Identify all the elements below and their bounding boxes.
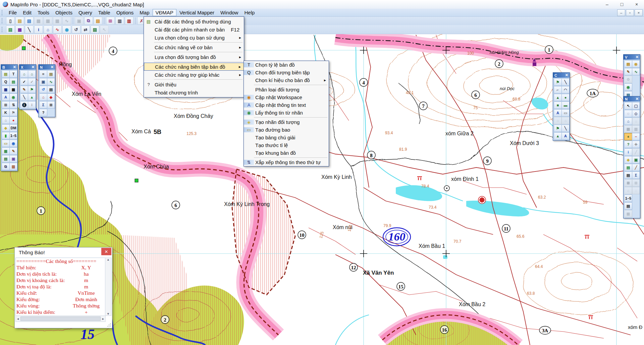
graph-icon[interactable]: ∿: [632, 68, 640, 75]
query-tool-icon[interactable]: Q: [2, 78, 10, 85]
pan-hand-icon[interactable]: ✛: [632, 141, 640, 148]
edit-icon[interactable]: ✎: [20, 86, 28, 93]
font-tool-icon[interactable]: A: [2, 93, 10, 101]
frame-tool-icon[interactable]: ▭: [561, 109, 570, 117]
region-icon[interactable]: ▲: [28, 93, 36, 101]
menu-file[interactable]: File: [6, 9, 20, 16]
submenu-item-tạo-thước-tỉ-lệ[interactable]: Tạo thước tỉ lệ: [244, 141, 329, 149]
tag-icon[interactable]: ◈: [2, 124, 10, 132]
vm-profile-icon[interactable]: ∿: [53, 25, 62, 33]
scalebar-icon[interactable]: 1–5: [9, 132, 17, 139]
browser-icon[interactable]: ▤: [624, 171, 632, 179]
resize-grip-icon[interactable]: [107, 323, 111, 327]
symbol-style-icon[interactable]: ⚑: [554, 125, 562, 132]
polyline-tool-icon[interactable]: ⌐: [554, 86, 562, 93]
submenu-item-chọn-kí-hiệu-cho-bản-đồ[interactable]: Chọn kí hiệu cho bản đồ►: [244, 76, 329, 84]
snapshot-icon[interactable]: ▤: [47, 70, 55, 78]
column-select-icon[interactable]: ▥: [632, 125, 640, 133]
print-icon[interactable]: ▥: [115, 17, 124, 25]
add-node-icon[interactable]: ⌂: [28, 70, 36, 78]
frame-icon[interactable]: ▭: [2, 140, 10, 147]
scrollbar-thumb[interactable]: [20, 317, 101, 321]
palette-title-bar[interactable]: N✕: [624, 96, 640, 101]
maximize-icon[interactable]: □: [614, 0, 629, 9]
menu-item-lựa-chọn-công-cụ-bạn-sử-dụng[interactable]: Lựa chọn công cụ bạn sử dụng►: [144, 33, 244, 42]
point-red-icon[interactable]: ●: [9, 117, 17, 124]
scroll-down-icon[interactable]: ▼: [107, 312, 110, 316]
save-icon[interactable]: ▣: [9, 155, 17, 162]
save-workspace-icon[interactable]: ▤: [94, 17, 102, 25]
profile-icon[interactable]: ∿: [47, 78, 55, 85]
zoom-out-icon[interactable]: −: [632, 133, 640, 140]
menu-options[interactable]: Options: [113, 9, 137, 16]
line-style-icon[interactable]: ╲: [561, 125, 570, 132]
dialog-title-bar[interactable]: Thông Báo! ✕: [15, 248, 112, 257]
submenu-item-tạo-đường-bao[interactable]: ▭Tạo đường bao: [244, 126, 329, 134]
change-view-icon[interactable]: 1–5: [624, 195, 632, 202]
menu-item-thoát-chương-trình[interactable]: Thoát chương trình: [144, 88, 244, 96]
vm-info-icon[interactable]: i: [34, 25, 43, 33]
copy-icon[interactable]: ⧉: [2, 163, 10, 170]
ellipse-tool-icon[interactable]: ●: [561, 94, 570, 101]
vm-layers-icon[interactable]: ▤: [6, 25, 15, 33]
arc-tool-icon[interactable]: ◠: [561, 86, 570, 93]
vm-rainbow-icon[interactable]: ◉: [62, 25, 71, 33]
tools-icon[interactable]: ⊠: [47, 101, 55, 109]
menu-item-giới-thiệu[interactable]: ?Giới thiệu: [144, 80, 244, 88]
close-icon[interactable]: ✕: [101, 248, 111, 255]
label-tool-icon[interactable]: ◈: [624, 156, 632, 163]
raster-blue-icon[interactable]: ▦: [2, 86, 10, 93]
submenu-item-chọn-tỷ-lệ-bản-đồ[interactable]: TChọn tỷ lệ bản đồ: [244, 61, 329, 69]
refresh-icon[interactable]: ↺: [39, 86, 47, 93]
menu-item-các-chức-năng-biên-tập-bản-đồ[interactable]: Các chức năng biên tập bản đồ►: [144, 63, 244, 71]
line-node-icon[interactable]: ╲: [20, 93, 28, 101]
globe-region-icon[interactable]: ◉: [632, 60, 640, 68]
reshape-icon[interactable]: ⌂: [554, 117, 562, 124]
menu-edit[interactable]: Edit: [20, 9, 35, 16]
sort-az-icon[interactable]: ⇅: [9, 101, 17, 109]
mdi-close-icon[interactable]: ×: [635, 9, 643, 16]
polygon-select-icon[interactable]: ◇: [632, 110, 640, 117]
menu-vđmap[interactable]: VĐMAP: [153, 9, 176, 16]
menu-item-cài-đặt-các-thông-số-thường-dùng[interactable]: ▤Cài đặt các thông số thường dùng: [144, 17, 244, 25]
open-dbms-icon[interactable]: ▦: [34, 17, 43, 25]
close-icon[interactable]: ×: [629, 0, 644, 9]
submenu-item-cập-nhật-thông-tin-text[interactable]: ACập nhật thông tin text: [244, 101, 329, 109]
region-gray-icon[interactable]: ⌂: [2, 117, 10, 124]
print-map-icon[interactable]: ⊞: [106, 17, 115, 25]
region-tool-icon[interactable]: ▲: [554, 94, 562, 101]
submenu-item-chọn-đối-tượng-biên-tập[interactable]: QChọn đối tượng biên tập: [244, 69, 329, 76]
new-browser-icon[interactable]: ▤: [624, 202, 632, 210]
district-alt-icon[interactable]: ⊞: [632, 179, 640, 187]
menu-help[interactable]: Help: [241, 9, 258, 16]
sigma-icon[interactable]: Σ: [39, 101, 47, 109]
horizontal-scrollbar[interactable]: ◄ ►: [15, 316, 106, 322]
shield-icon[interactable]: ◆: [47, 93, 55, 101]
table-add-icon[interactable]: ▦: [624, 210, 632, 217]
close-icon[interactable]: ✕: [51, 65, 54, 69]
menu-vertical-mapper[interactable]: Vertical Mapper: [176, 9, 217, 16]
scroll-up-icon[interactable]: ▲: [107, 258, 110, 261]
equals-icon[interactable]: =: [39, 70, 47, 78]
menu-objects[interactable]: Objects: [52, 9, 75, 16]
region-info-icon[interactable]: ⌂: [39, 93, 47, 101]
minimize-icon[interactable]: –: [600, 0, 614, 9]
traffic-light-icon[interactable]: ▮: [2, 132, 10, 139]
close-icon[interactable]: ✕: [565, 73, 568, 77]
globe-view-icon[interactable]: ◉: [624, 83, 632, 91]
close-icon[interactable]: ✕: [13, 65, 16, 69]
apply-alt-icon[interactable]: ✓: [28, 78, 36, 85]
radius-select-icon[interactable]: ◌: [624, 110, 632, 117]
submenu-item-phân-loại-đối-tượng[interactable]: Phân loại đối tượng: [244, 86, 329, 93]
settings-icon[interactable]: ⚙: [624, 76, 632, 83]
text-tool-icon[interactable]: T: [9, 70, 17, 78]
vm-arrow-icon[interactable]: ⇄: [81, 25, 90, 33]
paste-icon[interactable]: ▥: [9, 163, 17, 170]
reshape-icon[interactable]: ⌂: [20, 70, 28, 78]
palette-title-bar[interactable]: V✕: [624, 55, 640, 60]
close-icon[interactable]: ✕: [636, 55, 639, 59]
vm-region-info-icon[interactable]: ⌂: [44, 25, 52, 33]
menu-tools[interactable]: Tools: [35, 9, 52, 16]
district-icon[interactable]: ⊞: [624, 179, 632, 187]
add-node-icon[interactable]: ⌂: [561, 117, 570, 124]
